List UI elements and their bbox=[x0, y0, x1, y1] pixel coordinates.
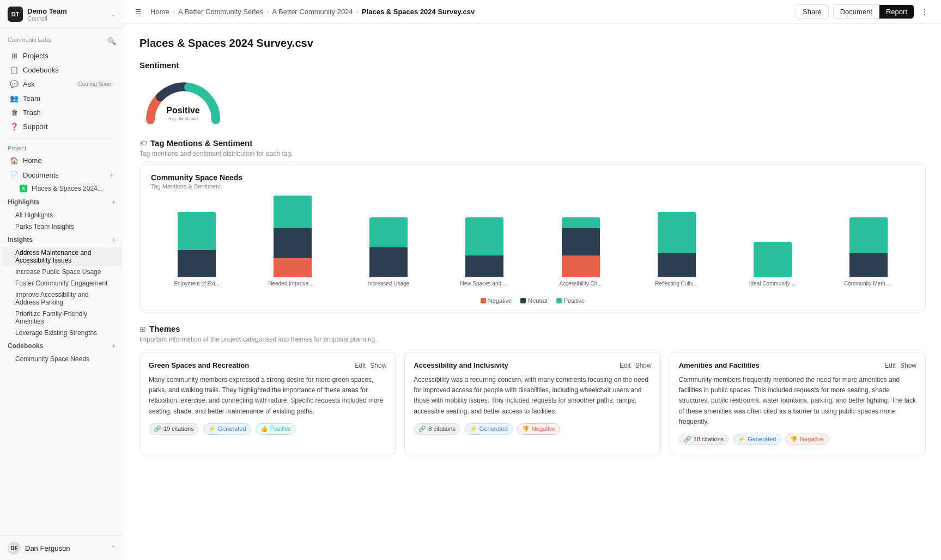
sidebar-item-increase-public[interactable]: Increase Public Space Usage bbox=[2, 266, 122, 277]
bar-label-0: Enjoyment of Exi... bbox=[174, 281, 219, 287]
legend-neutral: Neutral bbox=[520, 297, 547, 304]
bar-label-5: Reflecting Cultu... bbox=[655, 281, 698, 287]
main-content: ☰ Home › A Better Community Series › A B… bbox=[124, 0, 941, 560]
tag-mentions-header: 🏷 Tag Mentions & Sentiment bbox=[139, 138, 926, 148]
theme-edit-0[interactable]: Edit bbox=[355, 362, 366, 369]
sidebar-item-improve-accessibility[interactable]: Improve Accessibility and Address Parkin… bbox=[2, 289, 122, 308]
theme-show-1[interactable]: Show bbox=[635, 362, 652, 369]
badge-generated-2: ⚡ Generated bbox=[733, 434, 781, 445]
bar-group-5: Reflecting Cultu... bbox=[631, 212, 723, 287]
bar-neutral-3 bbox=[465, 255, 503, 277]
home-icon: 🏠 bbox=[10, 156, 19, 165]
bar-positive-5 bbox=[658, 212, 696, 253]
theme-body-2: Community members frequently mentioned t… bbox=[679, 375, 916, 427]
themes-subtitle: Important information of the project cat… bbox=[139, 336, 926, 343]
logo-text: Demo Team Council bbox=[27, 7, 67, 22]
share-button[interactable]: Share bbox=[796, 4, 829, 19]
highlights-add-icon[interactable]: + bbox=[112, 198, 116, 206]
bar-positive-3 bbox=[465, 217, 503, 255]
theme-show-2[interactable]: Show bbox=[900, 362, 916, 369]
sidebar-item-foster-community[interactable]: Foster Community Engagement bbox=[2, 278, 122, 289]
breadcrumb-sep2: › bbox=[266, 8, 269, 16]
document-button[interactable]: Document bbox=[834, 5, 879, 19]
sentiment-icon-0: 👍 bbox=[260, 425, 268, 433]
breadcrumb-sep1: › bbox=[173, 8, 175, 16]
sidebar-footer: DF Dan Ferguson ⌃ bbox=[0, 535, 124, 560]
highlights-section-label: Highlights bbox=[8, 198, 40, 206]
themes-grid: Green Spaces and Recreation Edit Show Ma… bbox=[139, 352, 926, 454]
sidebar-item-ask[interactable]: 💬 Ask Coming Soon bbox=[2, 77, 122, 91]
more-options-icon[interactable]: ⋮ bbox=[919, 5, 930, 18]
user-avatar: DF bbox=[8, 541, 21, 555]
chart-subtitle: Tag Mentions & Sentiment bbox=[151, 183, 914, 190]
topbar-left: ☰ Home › A Better Community Series › A B… bbox=[135, 8, 475, 16]
documents-add-icon[interactable]: + bbox=[110, 171, 114, 179]
sidebar-item-leverage-strengths[interactable]: Leverage Existing Strengths bbox=[2, 327, 122, 338]
bar-stack-7 bbox=[849, 217, 888, 277]
breadcrumb-home[interactable]: Home bbox=[150, 8, 169, 16]
badge-sentiment-1: 👎 Negative bbox=[517, 423, 560, 435]
badge-citations-0: 🔗 19 citations bbox=[149, 423, 199, 435]
bar-label-3: New Spaces and A... bbox=[460, 281, 509, 287]
theme-edit-2[interactable]: Edit bbox=[884, 362, 896, 369]
team-sub: Council bbox=[27, 15, 67, 22]
themes-section: ⊞ Themes Important information of the pr… bbox=[139, 324, 926, 454]
report-button[interactable]: Report bbox=[879, 5, 914, 19]
logo-icon: DT bbox=[8, 7, 23, 22]
breadcrumb: Home › A Better Community Series › A Bet… bbox=[150, 8, 475, 16]
team-label: Team bbox=[23, 94, 114, 102]
sidebar-item-project-file[interactable]: X Places & Spaces 2024... bbox=[2, 182, 122, 194]
sidebar-item-all-highlights[interactable]: All Highlights bbox=[2, 210, 122, 221]
sidebar-item-community-space-needs[interactable]: Community Space Needs bbox=[2, 354, 122, 364]
sidebar-item-trash[interactable]: 🗑 Trash bbox=[2, 106, 122, 119]
badge-generated-1: ⚡ Generated bbox=[465, 423, 513, 435]
generated-icon-2: ⚡ bbox=[738, 436, 745, 443]
project-file-dot: X bbox=[20, 185, 27, 192]
breadcrumb-series[interactable]: A Better Community Series bbox=[178, 8, 263, 16]
sidebar-item-parks-team[interactable]: Parks Team Insights bbox=[2, 221, 122, 232]
theme-show-0[interactable]: Show bbox=[370, 362, 386, 369]
chart-card: Community Space Needs Tag Mentions & Sen… bbox=[139, 164, 926, 311]
home-label: Home bbox=[23, 156, 114, 165]
theme-card-green-spaces: Green Spaces and Recreation Edit Show Ma… bbox=[139, 352, 396, 454]
sidebar-item-codebooks[interactable]: 📋 Codebooks bbox=[2, 63, 122, 77]
sidebar-item-home[interactable]: 🏠 Home bbox=[2, 154, 122, 167]
bar-neutral-1 bbox=[274, 228, 312, 258]
search-icon[interactable]: 🔍 bbox=[107, 37, 116, 45]
bar-label-2: Increased Usage bbox=[368, 281, 410, 287]
insights-add-icon[interactable]: + bbox=[112, 235, 116, 244]
bar-stack-2 bbox=[369, 217, 408, 277]
themes-header: ⊞ Themes bbox=[139, 324, 926, 333]
codebooks-icon: 📋 bbox=[10, 66, 19, 74]
user-chevron-icon[interactable]: ⌃ bbox=[110, 544, 116, 552]
theme-card-header-1: Accessibility and Inclusivity Edit Show bbox=[414, 361, 651, 369]
theme-edit-1[interactable]: Edit bbox=[620, 362, 631, 369]
sidebar-item-support[interactable]: ❓ Support bbox=[2, 120, 122, 133]
sidebar-item-prioritize-family[interactable]: Prioritize Family-Friendly Amenities bbox=[2, 308, 122, 327]
bar-stack-4 bbox=[562, 217, 600, 277]
theme-title-1: Accessibility and Inclusivity bbox=[414, 361, 508, 369]
sidebar-item-team[interactable]: 👥 Team bbox=[2, 92, 122, 105]
sidebar-user: DF Dan Ferguson bbox=[8, 541, 70, 555]
team-icon: 👥 bbox=[10, 94, 19, 102]
sidebar-item-documents[interactable]: 📄 Documents + bbox=[2, 168, 122, 182]
projects-icon: ⊞ bbox=[10, 52, 19, 60]
theme-actions-0: Edit Show bbox=[355, 362, 387, 369]
ask-icon: 💬 bbox=[10, 80, 19, 88]
breadcrumb-2024[interactable]: A Better Community 2024 bbox=[272, 8, 353, 16]
hamburger-icon[interactable]: ☰ bbox=[135, 8, 142, 16]
sidebar-search-row: Communiti Labs 🔍 bbox=[0, 33, 124, 48]
codebooks-add-icon[interactable]: + bbox=[112, 342, 116, 350]
badge-sentiment-0: 👍 Positive bbox=[256, 423, 296, 435]
sidebar-chevron-icon[interactable]: ⌄ bbox=[111, 10, 116, 18]
sidebar-item-projects[interactable]: ⊞ Projects bbox=[2, 49, 122, 63]
generated-icon-0: ⚡ bbox=[208, 425, 216, 433]
svg-text:Avg. Sentiment: Avg. Sentiment bbox=[168, 116, 198, 121]
sidebar-item-address-maintenance[interactable]: Address Maintenance and Accessibility Is… bbox=[2, 247, 122, 266]
bar-neutral-5 bbox=[658, 253, 696, 277]
tag-mentions-section: 🏷 Tag Mentions & Sentiment Tag mentions … bbox=[139, 138, 926, 311]
bar-negative-1 bbox=[274, 258, 312, 277]
bar-group-3: New Spaces and A... bbox=[439, 217, 530, 287]
bar-positive-7 bbox=[849, 217, 888, 253]
sidebar: DT Demo Team Council ⌄ Communiti Labs 🔍 … bbox=[0, 0, 124, 560]
